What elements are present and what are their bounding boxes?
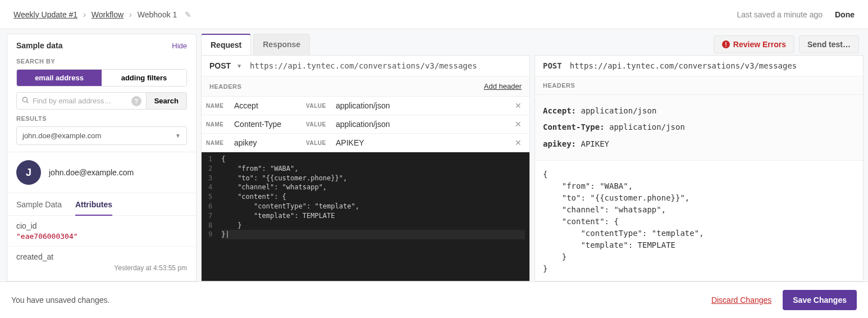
- value-label: VALUE: [306, 103, 331, 109]
- name-label: NAME: [206, 140, 230, 146]
- response-header-row: apikey: APIKEY: [543, 136, 855, 152]
- header-row: NAMEContent-TypeVALUEapplication/json✕: [202, 115, 529, 134]
- tab-sample-data[interactable]: Sample Data: [16, 193, 62, 215]
- top-bar: Weekly Update #1 › Workflow › Webhook 1 …: [0, 0, 868, 29]
- request-url[interactable]: https://api.tyntec.com/conversations/v3/…: [250, 61, 477, 70]
- request-method-row: POST ▼ https://api.tyntec.com/conversati…: [202, 56, 529, 76]
- attribute-row[interactable]: created_at: [7, 247, 196, 264]
- done-button[interactable]: Done: [835, 10, 855, 19]
- response-url: https://api.tyntec.com/conversations/v3/…: [570, 61, 797, 70]
- profile-email: john.doe@example.com: [49, 168, 134, 177]
- method-select[interactable]: POST ▼: [209, 61, 242, 70]
- results-label: RESULTS: [16, 115, 187, 122]
- method-value: POST: [209, 61, 231, 70]
- request-response-tabs: Request Response: [201, 34, 312, 55]
- chevron-right-icon: ›: [83, 10, 86, 19]
- tab-response[interactable]: Response: [253, 34, 310, 55]
- response-header-key: Content-Type:: [543, 122, 605, 131]
- header-name[interactable]: Accept: [234, 101, 301, 110]
- chevron-right-icon: ›: [129, 10, 132, 19]
- response-body: { "from": "WABA", "to": "{{customer.phon…: [535, 161, 863, 281]
- chevron-down-icon: ▼: [236, 63, 242, 69]
- header-value[interactable]: application/json: [336, 120, 507, 129]
- toggle-email-address[interactable]: email address: [17, 70, 102, 86]
- last-saved-text: Last saved a minute ago: [737, 10, 823, 19]
- value-label: VALUE: [306, 140, 331, 146]
- save-changes-button[interactable]: Save Changes: [783, 290, 857, 310]
- header-name[interactable]: apikey: [234, 138, 301, 147]
- request-headers-list: NAMEAcceptVALUEapplication/json✕NAMECont…: [202, 97, 529, 152]
- top-right: Last saved a minute ago Done: [737, 10, 855, 19]
- close-icon[interactable]: ✕: [511, 120, 525, 129]
- help-icon[interactable]: ?: [131, 96, 141, 106]
- search-button[interactable]: Search: [147, 92, 187, 110]
- toggle-adding-filters[interactable]: adding filters: [102, 70, 186, 86]
- sidebar-header: Sample data Hide: [7, 34, 196, 54]
- svg-point-0: [22, 97, 27, 102]
- pencil-icon[interactable]: ✎: [185, 10, 191, 19]
- search-input[interactable]: [33, 93, 128, 109]
- attribute-date: Yesterday at 4:53:55 pm: [7, 264, 196, 274]
- tab-attributes[interactable]: Attributes: [75, 193, 112, 216]
- request-headers-bar: HEADERS Add header: [202, 76, 529, 97]
- center-header: Request Response ! Review Errors Send te…: [201, 34, 864, 55]
- review-errors-button[interactable]: ! Review Errors: [714, 35, 794, 53]
- attribute-row[interactable]: cio_id "eae706000304": [7, 216, 196, 247]
- attribute-key: created_at: [16, 252, 187, 261]
- add-header-button[interactable]: Add header: [484, 82, 522, 90]
- sample-data-sidebar: Sample data Hide SEARCH BY email address…: [7, 34, 197, 281]
- discard-changes-button[interactable]: Discard Changes: [711, 296, 771, 305]
- search-mode-toggle: email address adding filters: [16, 69, 187, 87]
- center-panel: Request Response ! Review Errors Send te…: [201, 34, 864, 281]
- code-content: { "from": "WABA", "to": "{{customer.phon…: [217, 152, 529, 281]
- response-method: POST: [543, 61, 562, 70]
- header-row: NAMEapikeyVALUEAPIKEY✕: [202, 134, 529, 152]
- search-input-wrap: ?: [16, 92, 147, 110]
- breadcrumb-workflow[interactable]: Workflow: [92, 10, 124, 19]
- response-headers-list: Accept: application/jsonContent-Type: ap…: [535, 95, 863, 161]
- header-value[interactable]: APIKEY: [336, 138, 507, 147]
- footer-bar: You have unsaved changes. Discard Change…: [0, 281, 868, 318]
- action-buttons: ! Review Errors Send test…: [714, 35, 859, 53]
- response-header-value: application/json: [609, 122, 685, 131]
- request-body-editor[interactable]: 1 2 3 4 5 6 7 8 9 { "from": "WABA", "to"…: [202, 152, 529, 281]
- svg-line-1: [27, 102, 29, 103]
- close-icon[interactable]: ✕: [511, 101, 525, 110]
- breadcrumb-root[interactable]: Weekly Update #1: [13, 10, 77, 19]
- results-select[interactable]: john.doe@example.com ▼: [16, 126, 187, 145]
- headers-label: HEADERS: [543, 82, 575, 89]
- chevron-down-icon: ▼: [175, 133, 181, 139]
- breadcrumb: Weekly Update #1 › Workflow › Webhook 1 …: [13, 10, 191, 19]
- response-header-value: APIKEY: [581, 139, 609, 148]
- header-value[interactable]: application/json: [336, 101, 507, 110]
- hide-button[interactable]: Hide: [172, 42, 187, 50]
- search-icon: [21, 96, 29, 106]
- review-errors-label: Review Errors: [733, 40, 786, 49]
- response-header-row: Content-Type: application/json: [543, 119, 855, 135]
- response-header-row: Accept: application/json: [543, 103, 855, 119]
- attribute-key: cio_id: [16, 221, 187, 230]
- sidebar-title: Sample data: [16, 41, 62, 50]
- header-name[interactable]: Content-Type: [234, 120, 301, 129]
- name-label: NAME: [206, 103, 230, 109]
- breadcrumb-current: Webhook 1: [138, 10, 177, 19]
- profile-row: J john.doe@example.com: [7, 152, 196, 193]
- attribute-value: "eae706000304": [16, 232, 187, 240]
- footer-actions: Discard Changes Save Changes: [711, 290, 857, 310]
- close-icon[interactable]: ✕: [511, 138, 525, 147]
- attributes-list: cio_id "eae706000304" created_at Yesterd…: [7, 216, 196, 274]
- line-number-gutter: 1 2 3 4 5 6 7 8 9: [202, 152, 217, 281]
- response-header-key: Accept:: [543, 106, 576, 115]
- response-method-row: POST https://api.tyntec.com/conversation…: [535, 56, 863, 76]
- tab-request[interactable]: Request: [201, 34, 251, 55]
- request-panel: POST ▼ https://api.tyntec.com/conversati…: [201, 55, 530, 281]
- response-panel: POST https://api.tyntec.com/conversation…: [534, 55, 864, 281]
- headers-label: HEADERS: [209, 83, 241, 90]
- avatar: J: [16, 160, 41, 185]
- response-header-value: application/json: [581, 106, 656, 115]
- sidebar-tabs: Sample Data Attributes: [7, 193, 196, 216]
- name-label: NAME: [206, 121, 230, 128]
- value-label: VALUE: [306, 121, 331, 128]
- send-test-button[interactable]: Send test…: [799, 35, 859, 53]
- main-area: Sample data Hide SEARCH BY email address…: [0, 29, 868, 281]
